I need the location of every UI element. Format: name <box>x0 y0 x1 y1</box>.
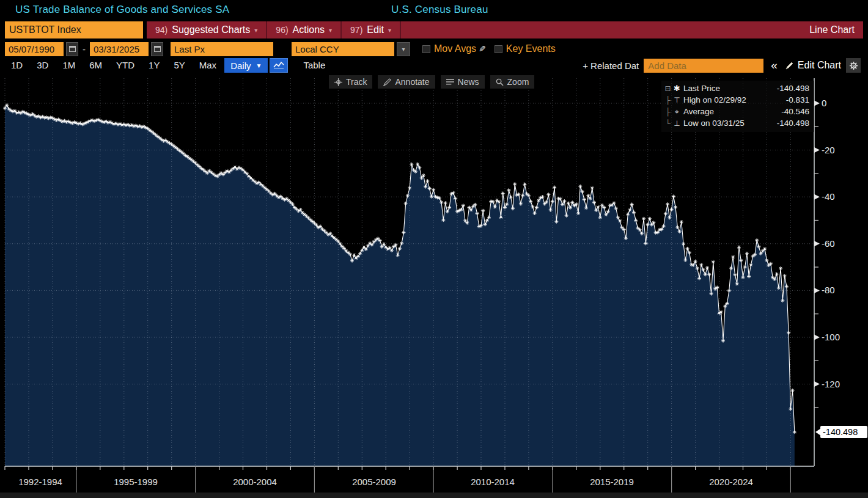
legend-value: -140.498 <box>771 119 809 128</box>
bottom-strip <box>0 493 868 498</box>
chart-region: Track Annotate News Zoom ⊟ ✱ Last Price … <box>0 73 868 498</box>
mov-avgs-checkbox[interactable] <box>422 45 430 53</box>
chart-toolbar: Track Annotate News Zoom <box>329 75 534 89</box>
svg-text:-100: -100 <box>822 332 840 342</box>
news-label: News <box>458 77 479 87</box>
x-axis-section-label: 1992-1994 <box>18 477 62 487</box>
add-data-input[interactable] <box>644 59 763 73</box>
chevron-down-icon: ▾ <box>254 27 257 34</box>
crosshair-icon <box>334 78 342 86</box>
range-tab-1y[interactable]: 1Y <box>142 58 166 73</box>
pencil-icon[interactable]: ✎ <box>479 44 486 54</box>
legend-value: -0.831 <box>780 95 809 104</box>
range-tab-ytd[interactable]: YTD <box>110 58 141 73</box>
menu-label: Edit <box>367 24 384 35</box>
menu-suggested-charts[interactable]: 94) Suggested Charts ▾ <box>147 21 267 38</box>
x-axis-section-label: 1995-1999 <box>114 477 158 487</box>
svg-text:-140.498: -140.498 <box>823 427 858 437</box>
edit-pencil-icon <box>785 61 794 70</box>
table-button[interactable]: Table <box>290 58 339 73</box>
tree-branch: └ <box>664 119 672 128</box>
red-menu-bar: 94) Suggested Charts ▾ 96) Actions ▾ 97)… <box>147 21 863 38</box>
data-source-label: U.S. Census Bureau <box>391 4 488 16</box>
x-axis-section-label: 2015-2019 <box>590 477 634 487</box>
settings-gear-icon[interactable] <box>846 58 861 73</box>
tree-branch: ├ <box>664 96 672 104</box>
key-events-label: Key Events <box>506 43 556 54</box>
start-date-field[interactable]: 05/07/1990 <box>5 42 64 56</box>
edit-chart-label: Edit Chart <box>798 60 841 71</box>
title-bar: US Trade Balance of Goods and Services S… <box>0 0 868 20</box>
menu-actions[interactable]: 96) Actions ▾ <box>267 21 342 38</box>
range-tab-max[interactable]: Max <box>193 58 223 73</box>
track-label: Track <box>346 77 367 87</box>
zoom-button[interactable]: Zoom <box>490 75 535 89</box>
news-button[interactable]: News <box>441 75 485 89</box>
legend-value: -40.546 <box>775 107 809 116</box>
currency-select[interactable]: Local CCY <box>292 42 394 56</box>
annotate-pencil-icon <box>383 78 391 86</box>
security-ticker-field[interactable]: USTBTOT Index <box>5 21 143 38</box>
menu-number: 96) <box>276 25 288 35</box>
x-axis-section-label: 2020-2024 <box>709 477 753 487</box>
periodicity-dropdown[interactable]: Daily ▼ <box>224 58 268 73</box>
legend-row-last-price[interactable]: ⊟ ✱ Last Price -140.498 <box>664 82 809 94</box>
legend-label: Last Price <box>682 84 720 93</box>
x-axis-section-label: 2000-2004 <box>233 477 277 487</box>
tree-branch: ├ <box>664 108 672 116</box>
chart-canvas[interactable]: 0-20-40-60-80-100-120-140.498 <box>0 73 868 498</box>
svg-text:-20: -20 <box>822 145 835 155</box>
svg-text:-40: -40 <box>822 191 835 202</box>
x-axis-section-labels: 1992-19941995-19992000-20042005-20092010… <box>0 477 868 491</box>
legend-row-average[interactable]: ├ ⌖ Average -40.546 <box>664 106 809 117</box>
range-tab-1m[interactable]: 1M <box>56 58 81 73</box>
page-title: US Trade Balance of Goods and Services S… <box>15 4 391 16</box>
calendar-icon[interactable] <box>66 42 78 56</box>
calendar-icon[interactable] <box>151 42 163 56</box>
menu-bar: USTBTOT Index 94) Suggested Charts ▾ 96)… <box>0 20 868 40</box>
svg-text:-120: -120 <box>822 379 840 389</box>
legend-row-high[interactable]: ├ ⊤ High on 02/29/92 -0.831 <box>664 94 809 106</box>
related-data-button[interactable]: + Related Dat <box>583 60 639 71</box>
range-tab-3d[interactable]: 3D <box>31 58 54 73</box>
chevron-down-icon: ▾ <box>329 27 332 34</box>
range-tab-6m[interactable]: 6M <box>83 58 108 73</box>
news-lines-icon <box>446 78 454 86</box>
mov-avgs-label: Mov Avgs <box>434 43 476 54</box>
high-marker-icon: ⊤ <box>672 96 682 104</box>
menu-edit[interactable]: 97) Edit ▾ <box>342 21 401 38</box>
tabs-bar: 1D 3D 1M 6M YTD 1Y 5Y Max Daily ▼ Table … <box>0 57 868 73</box>
menu-label: Actions <box>293 24 325 35</box>
currency-dropdown-button[interactable]: ▾ <box>397 42 410 56</box>
annotate-label: Annotate <box>395 77 429 87</box>
legend-label: Average <box>682 107 714 116</box>
periodicity-label: Daily <box>230 60 251 71</box>
legend-row-low[interactable]: └ ⊥ Low on 03/31/25 -140.498 <box>664 117 809 129</box>
annotate-button[interactable]: Annotate <box>378 75 435 89</box>
chart-legend: ⊟ ✱ Last Price -140.498 ├ ⊤ High on 02/2… <box>661 81 814 132</box>
chart-type-label: Line Chart <box>809 24 863 35</box>
low-marker-icon: ⊥ <box>672 119 682 128</box>
menu-number: 97) <box>350 25 362 35</box>
legend-label: Low on 03/31/25 <box>682 119 745 128</box>
menu-number: 94) <box>155 25 167 35</box>
price-field-select[interactable]: Last Px <box>171 42 273 56</box>
track-button[interactable]: Track <box>329 75 372 89</box>
asterisk-marker-icon: ✱ <box>672 84 682 93</box>
line-chart-type-icon[interactable] <box>270 58 288 73</box>
chevron-down-icon: ▾ <box>388 27 391 34</box>
range-tab-1d[interactable]: 1D <box>5 58 29 73</box>
svg-text:0: 0 <box>822 98 826 108</box>
key-events-checkbox[interactable] <box>495 45 502 53</box>
range-tab-5y[interactable]: 5Y <box>167 58 191 73</box>
zoom-label: Zoom <box>507 77 529 87</box>
legend-collapse-icon[interactable]: ⊟ <box>664 84 672 93</box>
x-axis-section-label: 2010-2014 <box>471 477 515 487</box>
menu-label: Suggested Charts <box>172 24 250 35</box>
x-axis-section-label: 2005-2009 <box>352 477 396 487</box>
chevron-down-icon: ▼ <box>256 62 262 69</box>
edit-chart-button[interactable]: Edit Chart <box>785 60 841 71</box>
svg-text:-60: -60 <box>822 238 835 249</box>
end-date-field[interactable]: 03/31/2025 <box>90 42 149 56</box>
collapse-panel-button[interactable]: « <box>768 59 780 72</box>
